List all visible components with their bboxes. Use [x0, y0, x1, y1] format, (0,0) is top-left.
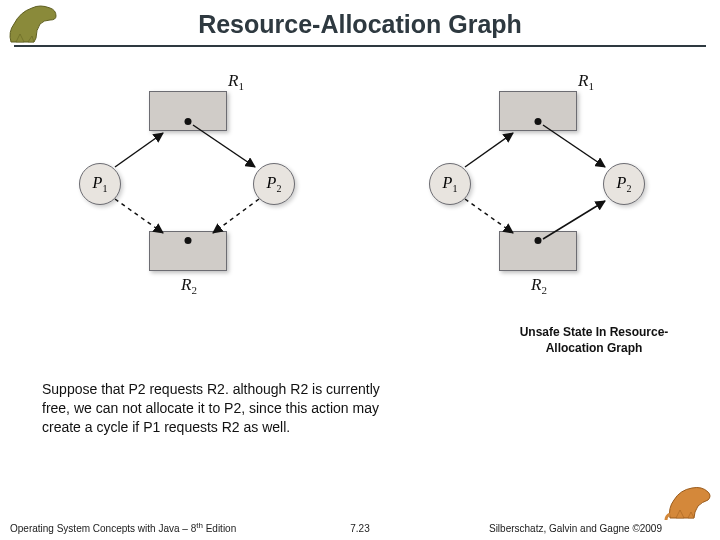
resource-r1-box	[149, 91, 227, 131]
diagram-row: R1 P1 P2 R2	[0, 47, 720, 289]
resource-r2-label: R2	[531, 275, 547, 296]
resource-r2-box	[499, 231, 577, 271]
resource-dot-icon	[185, 118, 192, 125]
resource-r1-box	[499, 91, 577, 131]
svg-line-1	[193, 125, 255, 167]
right-diagram-caption: Unsafe State In Resource-Allocation Grap…	[494, 325, 694, 356]
svg-line-2	[115, 199, 163, 233]
process-p2: P2	[253, 163, 295, 205]
footer: Operating System Concepts with Java – 8t…	[0, 521, 720, 534]
page-title: Resource-Allocation Graph	[20, 10, 700, 39]
resource-r2-box	[149, 231, 227, 271]
diagram-right: R1 P1 P2 R2	[395, 69, 675, 289]
svg-line-6	[465, 199, 513, 233]
header: Resource-Allocation Graph	[0, 0, 720, 43]
process-p1: P1	[429, 163, 471, 205]
resource-dot-icon	[535, 118, 542, 125]
resource-r1-label: R1	[228, 71, 244, 92]
resource-dot-icon	[185, 237, 192, 244]
process-p1: P1	[79, 163, 121, 205]
process-p2: P2	[603, 163, 645, 205]
diagram-left: R1 P1 P2 R2	[45, 69, 325, 289]
resource-dot-icon	[535, 237, 542, 244]
slide: Resource-Allocation Graph R1 P1 P2 R2	[0, 0, 720, 540]
svg-line-3	[213, 199, 259, 233]
footer-left: Operating System Concepts with Java – 8t…	[10, 521, 236, 534]
svg-line-5	[543, 125, 605, 167]
dinosaur-right-icon	[664, 478, 716, 526]
svg-line-4	[465, 133, 513, 167]
resource-r1-label: R1	[578, 71, 594, 92]
footer-page-number: 7.23	[350, 523, 369, 534]
body-paragraph: Suppose that P2 requests R2. although R2…	[42, 380, 402, 437]
resource-r2-label: R2	[181, 275, 197, 296]
svg-line-0	[115, 133, 163, 167]
dinosaur-left-icon	[6, 2, 66, 48]
